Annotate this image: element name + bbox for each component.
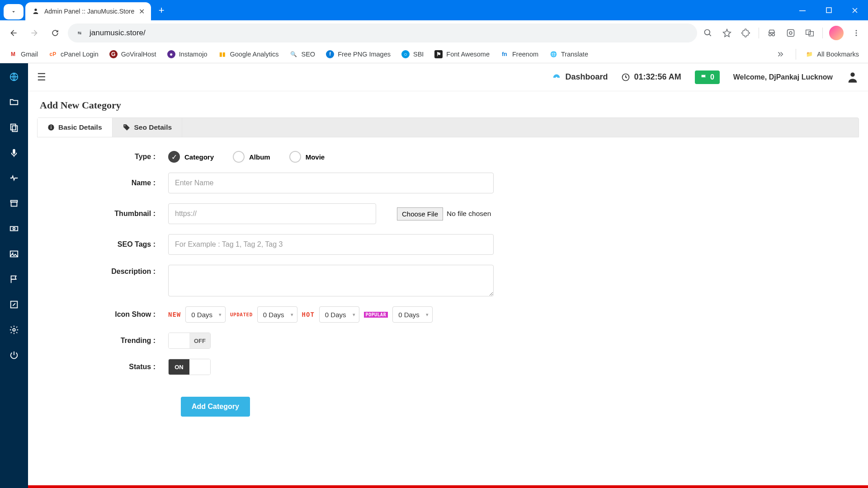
radio-album[interactable]: Album <box>233 151 270 163</box>
all-bookmarks[interactable]: 📁All Bookmarks <box>805 50 859 58</box>
label-type: Type : <box>46 153 168 161</box>
tab-title: Admin Panel :: JanuMusic.Store <box>44 8 134 15</box>
bookmark-star-icon[interactable] <box>721 27 733 39</box>
sidebar-globe[interactable] <box>8 70 20 83</box>
profile-avatar[interactable] <box>829 26 844 40</box>
radio-unchecked-icon <box>233 151 245 163</box>
tab-search-dropdown[interactable] <box>4 4 24 19</box>
thumbnail-url-input[interactable] <box>168 203 376 224</box>
svg-rect-2 <box>826 8 831 13</box>
address-bar[interactable]: janumusic.store/ <box>68 23 697 42</box>
sidebar-power[interactable] <box>8 349 20 361</box>
seo-icon: 🔍 <box>290 50 298 58</box>
window-minimize-button[interactable] <box>789 0 816 20</box>
sidebar-money[interactable] <box>8 222 20 235</box>
site-settings-icon[interactable] <box>75 28 84 38</box>
heartbeat-icon <box>9 173 19 183</box>
new-tab-button[interactable]: + <box>154 3 169 18</box>
popular-days-select[interactable]: 0 Days <box>392 306 433 323</box>
bookmark-translate[interactable]: 🌐Translate <box>549 50 588 58</box>
radio-movie[interactable]: Movie <box>289 151 325 163</box>
status-toggle[interactable]: ON OFF <box>168 359 211 375</box>
dashboard-link[interactable]: Dashboard <box>552 72 608 82</box>
window-close-button[interactable] <box>842 0 868 20</box>
bookmark-cpanel[interactable]: cPcPanel Login <box>49 50 99 58</box>
page-title: Add New Category <box>28 91 868 117</box>
sidebar-flag[interactable] <box>8 273 20 286</box>
chevron-double-right-icon <box>776 50 784 58</box>
tab-seo-details[interactable]: Seo Details <box>113 118 183 137</box>
svg-point-7 <box>772 33 775 36</box>
translate-icon[interactable] <box>803 27 816 39</box>
bookmark-fontawesome[interactable]: ⚑Font Awesome <box>434 50 490 58</box>
clock-display: 01:32:56 AM <box>621 72 681 82</box>
row-description: Description : <box>46 265 850 296</box>
svg-point-5 <box>705 29 710 35</box>
flag-icon <box>9 274 19 284</box>
zoom-icon[interactable] <box>702 27 714 39</box>
bookmark-seo[interactable]: 🔍SEO <box>290 50 316 58</box>
tab-close-icon[interactable]: ✕ <box>139 7 145 16</box>
bookmark-instamojo[interactable]: ●Instamojo <box>167 50 208 58</box>
svg-point-22 <box>13 228 15 230</box>
dashboard-icon <box>552 72 561 82</box>
hot-days-select[interactable]: 0 Days <box>319 306 359 323</box>
folder-icon: 📁 <box>805 50 813 58</box>
sidebar-heart[interactable] <box>8 172 20 184</box>
updated-days-select[interactable]: 0 Days <box>257 306 297 323</box>
radio-category[interactable]: ✓ Category <box>168 151 214 163</box>
toolbar-divider <box>759 28 759 38</box>
svg-rect-16 <box>11 124 16 130</box>
form-area: Type : ✓ Category Album Movie <box>28 137 868 426</box>
forward-button[interactable] <box>26 25 42 41</box>
copy-icon <box>9 122 19 132</box>
bookmark-png[interactable]: fFree PNG Images <box>326 50 391 58</box>
svg-point-27 <box>556 77 558 79</box>
browser-tab[interactable]: Admin Panel :: JanuMusic.Store ✕ <box>25 2 151 20</box>
reload-button[interactable] <box>47 25 63 41</box>
bookmark-freenom[interactable]: fnFreenom <box>500 50 538 58</box>
extensions-icon[interactable] <box>740 27 752 39</box>
label-thumbnail: Thumbnail : <box>46 210 168 218</box>
hamburger-button[interactable]: ☰ <box>37 71 46 83</box>
description-textarea[interactable] <box>168 265 494 296</box>
back-button[interactable] <box>5 25 22 41</box>
sidebar-settings[interactable] <box>8 324 20 336</box>
bookmarks-overflow[interactable] <box>774 48 787 61</box>
png-icon: f <box>326 50 334 58</box>
bookmark-goviralhost[interactable]: GGoViralHost <box>109 50 156 58</box>
url-text: janumusic.store/ <box>90 28 146 38</box>
tab-basic-details[interactable]: Basic Details <box>38 118 113 137</box>
menu-icon[interactable] <box>850 27 863 39</box>
sidebar-archive[interactable] <box>8 197 20 210</box>
seo-tags-input[interactable] <box>168 234 494 255</box>
bookmark-analytics[interactable]: ▮▮Google Analytics <box>218 50 279 58</box>
incognito-icon[interactable] <box>765 27 778 39</box>
sidebar-folder[interactable] <box>8 96 20 108</box>
toolbar-divider <box>822 28 823 38</box>
sidebar-mic[interactable] <box>8 146 20 159</box>
sidebar-copy[interactable] <box>8 121 20 134</box>
new-days-select[interactable]: 0 Days <box>185 306 226 323</box>
chevron-down-icon <box>10 9 17 15</box>
bottom-red-bar <box>28 485 868 488</box>
user-avatar-icon[interactable] <box>846 71 859 84</box>
notification-badge[interactable]: 0 <box>695 70 720 84</box>
window-maximize-button[interactable] <box>816 0 842 20</box>
minimize-icon <box>799 7 806 14</box>
label-name: Name : <box>46 179 168 187</box>
add-category-button[interactable]: Add Category <box>181 397 250 417</box>
svg-point-3 <box>78 32 79 33</box>
bookmark-gmail[interactable]: MGmail <box>9 50 38 58</box>
trending-toggle[interactable]: ON OFF <box>168 333 211 349</box>
name-input[interactable] <box>168 173 494 193</box>
sidebar-image[interactable] <box>8 248 20 260</box>
bookmark-sbi[interactable]: ○SBI <box>401 50 424 58</box>
choose-file-button[interactable]: Choose File <box>397 207 443 221</box>
lens-icon[interactable] <box>784 27 797 39</box>
badge-popular: POPULAR <box>364 312 388 318</box>
svg-rect-18 <box>13 149 15 154</box>
browser-toolbar: janumusic.store/ <box>0 20 868 45</box>
main-content: ☰ Dashboard 01:32:56 AM 0 Welcome, DjPan… <box>28 63 868 488</box>
sidebar-edit[interactable] <box>8 298 20 311</box>
